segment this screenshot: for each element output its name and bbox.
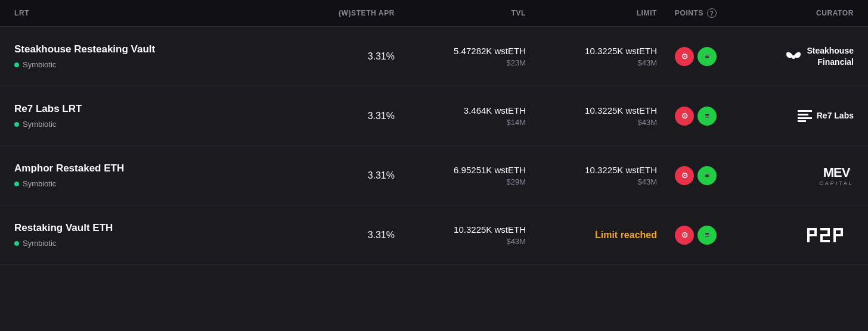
lrt-info: Re7 Labs LRT Symbiotic xyxy=(14,103,275,129)
limit-usd: $43M xyxy=(637,177,657,186)
limit-usd: $43M xyxy=(637,58,657,67)
protocol-dot xyxy=(14,63,19,67)
header-limit: LIMIT xyxy=(526,8,657,18)
svg-rect-1 xyxy=(798,110,812,112)
protocol-dot xyxy=(14,241,19,246)
apr-value: 3.31% xyxy=(275,230,395,241)
vault-name: Amphor Restaked ETH xyxy=(14,163,275,174)
tvl-amount: 3.464K wstETH xyxy=(464,105,526,115)
mev-logo: MEV CAPITAL xyxy=(819,165,854,186)
limit-amount: 10.3225K wstETH xyxy=(585,165,657,175)
eigen-point-badge: ≡ xyxy=(698,47,717,66)
limit-usd: $43M xyxy=(637,118,657,127)
protocol-dot xyxy=(14,122,19,127)
table-row[interactable]: Amphor Restaked ETH Symbiotic 3.31% 6.95… xyxy=(0,146,868,205)
svg-rect-13 xyxy=(820,240,830,242)
curator-info xyxy=(734,226,854,245)
symbiotic-point-badge: ⊙ xyxy=(675,107,694,126)
limit-value: 10.3225K wstETH $43M xyxy=(526,105,657,127)
header-apr: (W)STETH APR xyxy=(275,8,395,18)
tvl-usd: $14M xyxy=(506,118,526,127)
protocol-label: Symbiotic xyxy=(14,120,275,129)
steakhouse-logo xyxy=(785,49,802,64)
svg-rect-17 xyxy=(833,234,843,236)
limit-value: 10.3225K wstETH $43M xyxy=(526,46,657,67)
apr-value: 3.31% xyxy=(275,111,395,121)
tvl-usd: $23M xyxy=(506,58,526,67)
curator-name: Re7 Labs xyxy=(817,110,854,121)
protocol-label: Symbiotic xyxy=(14,179,275,188)
eigen-point-badge: ≡ xyxy=(698,166,717,185)
header-tvl: TVL xyxy=(395,8,526,18)
curator-info: MEV CAPITAL xyxy=(734,165,854,186)
svg-point-0 xyxy=(792,55,795,59)
tvl-value: 6.95251K wstETH $29M xyxy=(395,165,526,186)
limit-amount: 10.3225K wstETH xyxy=(585,105,657,115)
vault-name: Steakhouse Resteaking Vault xyxy=(14,43,275,55)
re7-icon xyxy=(798,110,812,122)
limit-amount: 10.3225K wstETH xyxy=(585,46,657,56)
eigen-point-badge: ≡ xyxy=(698,107,717,126)
table-row[interactable]: Restaking Vault ETH Symbiotic 3.31% 10.3… xyxy=(0,205,868,265)
lrt-info: Restaking Vault ETH Symbiotic xyxy=(14,222,275,248)
svg-rect-3 xyxy=(798,117,812,119)
tvl-amount: 6.95251K wstETH xyxy=(454,165,526,175)
svg-rect-8 xyxy=(807,234,817,236)
curator-info: SteakhouseFinancial xyxy=(734,45,854,67)
eigen-point-badge: ≡ xyxy=(698,226,717,245)
protocol-label: Symbiotic xyxy=(14,239,275,248)
limit-reached-cell: Limit reached xyxy=(526,230,657,241)
points-help-icon[interactable]: ? xyxy=(707,8,717,18)
tvl-value: 5.47282K wstETH $23M xyxy=(395,46,526,67)
points-badges: ⊙ ≡ xyxy=(657,107,734,126)
tvl-value: 10.3225K wstETH $43M xyxy=(395,224,526,246)
svg-rect-4 xyxy=(798,120,806,122)
lrt-info: Steakhouse Resteaking Vault Symbiotic xyxy=(14,43,275,69)
table-row[interactable]: Re7 Labs LRT Symbiotic 3.31% 3.464K wstE… xyxy=(0,86,868,146)
table-header: LRT (W)STETH APR TVL LIMIT POINTS ? CURA… xyxy=(0,0,868,27)
symbiotic-point-badge: ⊙ xyxy=(675,226,694,245)
apr-value: 3.31% xyxy=(275,51,395,62)
vault-name: Re7 Labs LRT xyxy=(14,103,275,115)
steakhouse-wings-icon xyxy=(785,49,802,64)
points-badges: ⊙ ≡ xyxy=(657,166,734,185)
limit-reached-label: Limit reached xyxy=(595,230,657,241)
lrt-info: Amphor Restaked ETH Symbiotic xyxy=(14,163,275,188)
svg-rect-2 xyxy=(798,114,808,115)
symbiotic-point-badge: ⊙ xyxy=(675,47,694,66)
p2p-logo xyxy=(806,226,854,245)
tvl-amount: 10.3225K wstETH xyxy=(454,224,526,235)
vault-table: LRT (W)STETH APR TVL LIMIT POINTS ? CURA… xyxy=(0,0,868,331)
points-badges: ⊙ ≡ xyxy=(657,226,734,245)
table-row[interactable]: Steakhouse Resteaking Vault Symbiotic 3.… xyxy=(0,27,868,86)
vault-name: Restaking Vault ETH xyxy=(14,222,275,234)
symbiotic-point-badge: ⊙ xyxy=(675,166,694,185)
header-lrt: LRT xyxy=(14,8,275,18)
tvl-amount: 5.47282K wstETH xyxy=(454,46,526,56)
header-points: POINTS ? xyxy=(657,8,734,18)
protocol-dot xyxy=(14,182,19,186)
tvl-usd: $29M xyxy=(506,177,526,186)
tvl-value: 3.464K wstETH $14M xyxy=(395,105,526,127)
apr-value: 3.31% xyxy=(275,170,395,181)
protocol-label: Symbiotic xyxy=(14,60,275,69)
points-badges: ⊙ ≡ xyxy=(657,47,734,66)
curator-info: Re7 Labs xyxy=(734,110,854,122)
tvl-usd: $43M xyxy=(506,237,526,246)
limit-value: 10.3225K wstETH $43M xyxy=(526,165,657,186)
header-curator: CURATOR xyxy=(734,8,854,18)
curator-name: SteakhouseFinancial xyxy=(807,45,854,67)
